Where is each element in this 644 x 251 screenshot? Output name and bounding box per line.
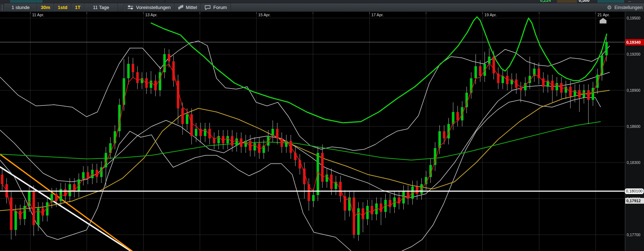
mittel-button[interactable]: Mittel: [175, 3, 201, 12]
strip-value-green: 0,224: [540, 0, 551, 3]
price-tick-label: 0,18600: [627, 124, 640, 129]
candles[interactable]: [1, 37, 608, 241]
forum-button[interactable]: Forum: [201, 3, 231, 12]
strip-teal-cell-right: [597, 0, 624, 3]
candlestick-icon: [178, 5, 183, 10]
instrument-row-partial: 0,224 0,500 –: [0, 0, 644, 3]
price-axis[interactable]: 0,195000,192000,189000,186000,183000,180…: [625, 12, 644, 251]
strip-value-white: 0,500: [579, 0, 590, 3]
date-label: 13 Apr.: [145, 13, 157, 17]
slow-green-ma-line: [0, 122, 601, 160]
candlestick-plot[interactable]: [0, 12, 625, 251]
toolbar-gap: [118, 3, 124, 12]
price-tick-label: 0,18900: [627, 88, 640, 92]
price-tick-label: 0,19500: [627, 16, 640, 20]
horizontal-line-price-label[interactable]: 0,180100: [625, 188, 644, 194]
position-price-badge: 0,17912: [625, 198, 644, 204]
date-label: 19 Apr.: [485, 13, 497, 17]
gear-icon: ⚙: [607, 5, 612, 10]
strip-brown-cell: [557, 0, 577, 3]
toolbar-spacer: [231, 3, 604, 12]
preset-1std-button[interactable]: 1std: [54, 3, 71, 12]
toolbar-grip-handle[interactable]: [0, 3, 4, 12]
price-tick-label: 0,17700: [627, 233, 640, 237]
preset-1t-button[interactable]: 1T: [71, 3, 84, 12]
strip-separator: [165, 0, 165, 3]
timeframe-label: 1 stunde: [12, 5, 30, 10]
price-tick-label: 0,18300: [627, 160, 640, 165]
date-label: 11 Apr.: [32, 13, 44, 17]
sliders-icon: [128, 5, 133, 10]
speech-bubble-icon: [205, 5, 211, 10]
trading-app-window: { "top_strip": { "value_green": "0,224",…: [0, 0, 644, 251]
strip-teal-cell-left: [10, 0, 43, 3]
bollinger-bands: [0, 41, 610, 251]
date-label: 21 Apr.: [597, 13, 610, 17]
preset-30m-button[interactable]: 30m: [37, 3, 54, 12]
voreinstellungen-button[interactable]: Voreinstellungen: [124, 3, 175, 12]
range-button[interactable]: 11 Tage: [84, 3, 118, 12]
yellow-ma-line: [0, 90, 610, 211]
price-tick-label: 0,19200: [627, 52, 640, 56]
date-label: 15 Apr.: [258, 13, 271, 17]
timeframe-dropdown[interactable]: 1 stunde: [4, 3, 37, 12]
current-price-badge: 0,19340: [625, 39, 644, 46]
date-label: 17 Apr.: [371, 13, 384, 17]
strip-dash: –: [628, 0, 631, 3]
chart-toolbar: 1 stunde 30m 1std 1T 11 Tage Voreinstell…: [0, 3, 644, 12]
einstellungen-button[interactable]: ⚙ Einstellungen: [603, 3, 644, 12]
chart-area[interactable]: 11 Apr.13 Apr.15 Apr.17 Apr.19 Apr.21 Ap…: [0, 12, 644, 251]
